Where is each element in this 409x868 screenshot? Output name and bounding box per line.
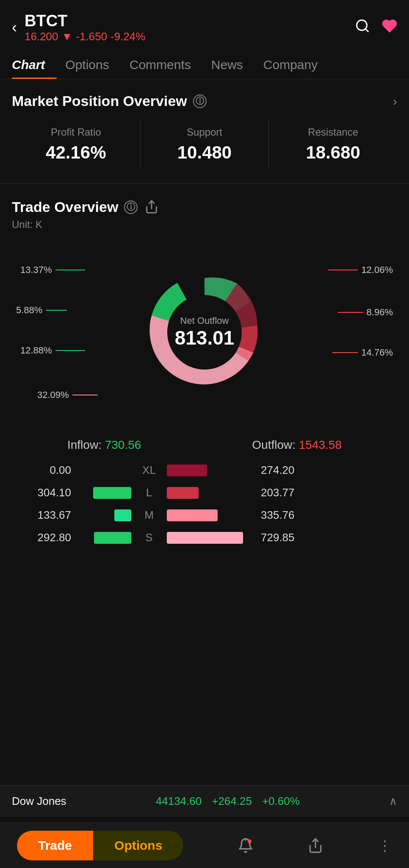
metric-profit-label: Profit Ratio	[16, 126, 136, 138]
flow-row-m: 133.67 M 335.76	[16, 509, 393, 522]
flow-row-s: 292.80 S 729.85	[16, 531, 393, 544]
tab-bar: Chart Options Comments News Company	[0, 50, 409, 79]
flow-xl-size: XL	[136, 464, 162, 477]
dow-jones-label: Dow Jones	[12, 795, 66, 808]
donut-label-32: 32.09%	[37, 389, 98, 401]
metric-support-value: 10.480	[145, 142, 265, 163]
flow-xl-left-bar	[76, 465, 131, 476]
ticker-info: BTCT 16.200 ▼ -1.650 -9.24%	[25, 12, 145, 43]
flow-m-right-bar	[167, 509, 251, 521]
trade-overview-share-icon[interactable]	[144, 200, 160, 215]
ticker-expand-icon[interactable]: ∧	[389, 795, 397, 808]
metric-support: Support 10.480	[140, 120, 269, 170]
flow-l-right-val: 203.77	[261, 486, 312, 499]
flow-l-size: L	[136, 486, 162, 499]
svg-point-5	[248, 840, 252, 844]
metric-profit-ratio: Profit Ratio 42.16%	[12, 120, 140, 170]
flow-xl-right-bar	[167, 465, 251, 476]
flow-s-left-bar	[76, 532, 131, 544]
trade-overview-header: Trade Overview ⓘ	[12, 199, 397, 215]
donut-chart-container: 13.37% 5.88% 12.88% 32.09%	[12, 239, 397, 426]
price-pct: -9.24%	[111, 30, 145, 43]
flow-s-left-val: 292.80	[16, 531, 71, 544]
market-position-title: Market Position Overview ⓘ	[12, 93, 207, 109]
flow-bars: 0.00 XL 274.20 304.10 L 203.77 133.67	[12, 464, 397, 544]
search-button[interactable]	[355, 18, 370, 37]
metrics-row: Profit Ratio 42.16% Support 10.480 Resis…	[12, 120, 397, 170]
dow-jones-pct: +0.60%	[262, 795, 300, 808]
dow-jones-change: +264.25	[212, 795, 252, 808]
flow-s-right-val: 729.85	[261, 531, 312, 544]
donut-label-12: 12.88%	[20, 345, 85, 356]
metric-resistance-value: 18.680	[273, 142, 393, 163]
metric-profit-value: 42.16%	[16, 142, 136, 163]
trade-options-group: Trade Options	[17, 831, 183, 860]
price-change: -1.650	[76, 30, 107, 43]
unit-label: Unit: K	[12, 219, 397, 231]
flow-row-l: 304.10 L 203.77	[16, 486, 393, 499]
metric-resistance-label: Resistance	[273, 126, 393, 138]
svg-line-1	[365, 28, 368, 31]
section-divider	[0, 183, 409, 184]
tab-comments[interactable]: Comments	[130, 50, 203, 79]
flow-row-xl: 0.00 XL 274.20	[16, 464, 393, 477]
outflow-summary: Outflow: 1543.58	[252, 438, 342, 452]
favorite-button[interactable]	[382, 18, 397, 37]
market-position-chevron-icon[interactable]: ›	[393, 94, 397, 108]
trade-button[interactable]: Trade	[17, 831, 93, 860]
header-right	[355, 18, 397, 37]
flow-l-right-bar	[167, 487, 251, 499]
metric-resistance: Resistance 18.680	[268, 120, 397, 170]
metric-support-label: Support	[145, 126, 265, 138]
flow-m-left-bar	[76, 509, 131, 521]
dow-jones-data: 44134.60 +264.25 +0.60%	[156, 795, 300, 808]
bottom-nav: Trade Options ⋮	[0, 823, 409, 868]
price-arrow-icon: ▼	[62, 30, 73, 43]
tab-news[interactable]: News	[211, 50, 255, 79]
header: ‹ BTCT 16.200 ▼ -1.650 -9.24%	[0, 0, 409, 50]
flow-s-right-bar	[167, 532, 251, 544]
flow-m-right-val: 335.76	[261, 509, 312, 522]
trade-overview-section: Trade Overview ⓘ Unit: K 13.37% 5.88% 12…	[0, 187, 409, 562]
flow-summary: Inflow: 730.56 Outflow: 1543.58	[12, 438, 397, 452]
market-position-header: Market Position Overview ⓘ ›	[12, 93, 397, 109]
donut-label-14-right: 14.76%	[332, 347, 393, 358]
flow-m-size: M	[136, 509, 162, 522]
flow-s-size: S	[136, 531, 162, 544]
tab-company[interactable]: Company	[263, 50, 329, 79]
ticker-symbol: BTCT	[25, 12, 145, 30]
donut-label-8-right: 8.96%	[338, 307, 393, 318]
tab-chart[interactable]: Chart	[12, 50, 57, 79]
flow-m-left-val: 133.67	[16, 509, 71, 522]
more-button[interactable]: ⋮	[378, 837, 392, 854]
price-value: 16.200	[25, 30, 58, 43]
donut-center: Net Outflow 813.01	[175, 315, 235, 349]
flow-l-left-bar	[76, 487, 131, 499]
share-nav-button[interactable]	[307, 837, 323, 854]
flow-xl-right-val: 274.20	[261, 464, 312, 477]
donut-label-5: 5.88%	[16, 305, 67, 316]
options-button[interactable]: Options	[93, 831, 183, 860]
trade-overview-title: Trade Overview ⓘ	[12, 199, 138, 215]
dow-jones-value: 44134.60	[156, 795, 202, 808]
flow-l-left-val: 304.10	[16, 486, 71, 499]
bottom-ticker-bar[interactable]: Dow Jones 44134.60 +264.25 +0.60% ∧	[0, 785, 409, 817]
donut-label-12-right: 12.06%	[328, 264, 393, 275]
inflow-summary: Inflow: 730.56	[67, 438, 141, 452]
trade-overview-info-icon[interactable]: ⓘ	[124, 200, 138, 214]
donut-label-13: 13.37%	[20, 264, 85, 275]
ticker-price: 16.200 ▼ -1.650 -9.24%	[25, 30, 145, 43]
market-position-section: Market Position Overview ⓘ › Profit Rati…	[0, 79, 409, 180]
alert-button[interactable]	[238, 837, 254, 854]
flow-xl-left-val: 0.00	[16, 464, 71, 477]
tab-options[interactable]: Options	[65, 50, 121, 79]
header-left: ‹ BTCT 16.200 ▼ -1.650 -9.24%	[12, 12, 145, 43]
market-position-info-icon[interactable]: ⓘ	[193, 95, 207, 108]
back-button[interactable]: ‹	[12, 20, 17, 35]
